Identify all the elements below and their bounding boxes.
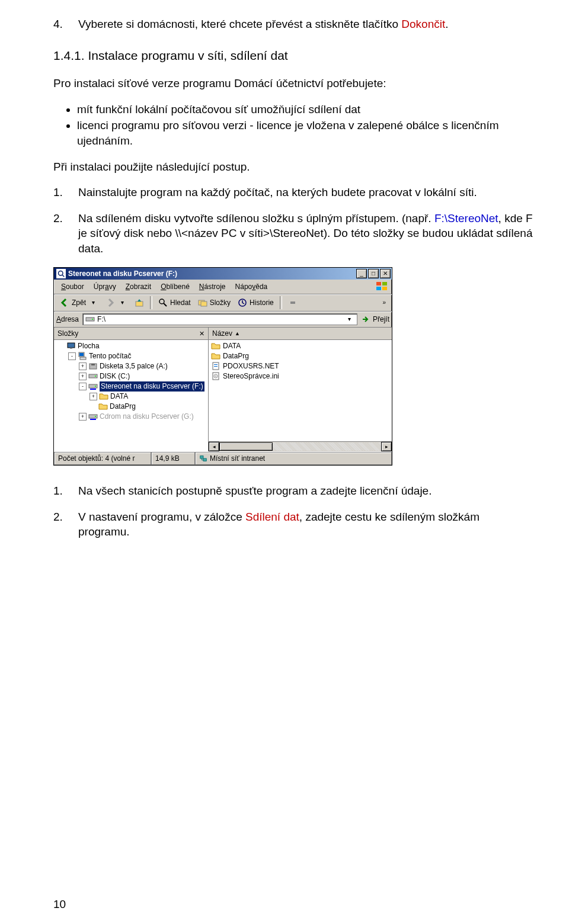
history-icon bbox=[238, 298, 247, 307]
status-objects: Počet objektů: 4 (volné r bbox=[54, 452, 151, 465]
menu-item[interactable]: Nápověda bbox=[231, 281, 273, 293]
svg-rect-37 bbox=[203, 458, 206, 461]
tree-item[interactable]: -Tento počítač bbox=[55, 351, 208, 361]
back-button[interactable]: Zpět ▾ bbox=[56, 297, 102, 309]
tree-item[interactable]: +DISK (C:) bbox=[55, 371, 208, 381]
file-item[interactable]: DATA bbox=[211, 341, 392, 351]
back-icon bbox=[60, 298, 69, 307]
menu-item[interactable]: Nástroje bbox=[194, 281, 231, 293]
svg-rect-36 bbox=[200, 456, 203, 458]
tree-item[interactable]: -Stereonet na disku Pcserver (F:) bbox=[55, 381, 208, 392]
tree-item[interactable]: DataPrg bbox=[55, 402, 208, 412]
procedure-step: 2. Na sdíleném disku vytvořte sdílenou s… bbox=[53, 211, 533, 256]
dropdown-icon: ▾ bbox=[88, 299, 98, 307]
tree-item-label: Tento počítač bbox=[89, 351, 131, 361]
go-button[interactable]: Přejít bbox=[357, 315, 389, 324]
svg-rect-4 bbox=[376, 287, 381, 290]
scroll-right-button[interactable]: ▸ bbox=[381, 442, 392, 451]
minimize-button[interactable]: _ bbox=[356, 269, 367, 278]
address-label: Adresa bbox=[56, 315, 82, 324]
computer-icon bbox=[78, 351, 87, 361]
tree-item-label: Plocha bbox=[78, 341, 100, 351]
file-list[interactable]: DATADataPrgPDOXUSRS.NETStereoSprávce.ini bbox=[209, 340, 392, 441]
svg-rect-31 bbox=[214, 364, 218, 365]
column-header[interactable]: Název ▲ bbox=[209, 328, 392, 340]
expand-toggle[interactable]: - bbox=[79, 383, 87, 390]
step-text: Vyberete si domácnosti, které chcete pře… bbox=[78, 17, 533, 32]
windows-logo-icon bbox=[375, 281, 389, 291]
more-icon bbox=[288, 298, 298, 307]
status-zone: Místní síť intranet bbox=[195, 452, 392, 465]
titlebar[interactable]: Stereonet na disku Pcserver (F:) _ □ ✕ bbox=[54, 268, 392, 280]
step-4: 4. Vyberete si domácnosti, které chcete … bbox=[53, 17, 533, 32]
tree-item-label: Stereonet na disku Pcserver (F:) bbox=[100, 381, 204, 391]
window-title: Stereonet na disku Pcserver (F:) bbox=[68, 269, 356, 278]
up-icon bbox=[135, 298, 144, 307]
folders-icon bbox=[198, 298, 207, 307]
netdisk-icon bbox=[88, 412, 98, 421]
svg-point-23 bbox=[95, 376, 96, 377]
tree-item-label: DISK (C:) bbox=[100, 371, 130, 381]
menu-item[interactable]: Oblíbené bbox=[156, 281, 194, 293]
section-heading: 1.4.1. Instalace programu v síti, sdílen… bbox=[53, 47, 533, 64]
file-item[interactable]: PDOXUSRS.NET bbox=[211, 361, 392, 371]
tree-item[interactable]: +Disketa 3,5 palce (A:) bbox=[55, 361, 208, 371]
tree-item-label: Disketa 3,5 palce (A:) bbox=[100, 361, 168, 371]
svg-line-8 bbox=[164, 303, 167, 306]
menu-item[interactable]: Soubor bbox=[56, 281, 89, 293]
scroll-left-button[interactable]: ◂ bbox=[209, 442, 219, 451]
file-name: DataPrg bbox=[223, 351, 249, 361]
content-panes: Složky ✕ Plocha-Tento počítač+Disketa 3,… bbox=[54, 328, 392, 451]
svg-rect-2 bbox=[376, 282, 381, 285]
scroll-thumb[interactable] bbox=[219, 442, 273, 451]
address-bar: Adresa F:\ ▾ Přejít bbox=[54, 312, 392, 328]
path-example: F:\StereoNet bbox=[434, 212, 498, 224]
close-button[interactable]: ✕ bbox=[380, 269, 391, 278]
window-icon bbox=[56, 269, 66, 278]
separator bbox=[150, 296, 152, 309]
disk-icon bbox=[88, 371, 98, 381]
svg-point-25 bbox=[95, 386, 96, 387]
folder-tree[interactable]: Plocha-Tento počítač+Disketa 3,5 palce (… bbox=[54, 340, 208, 451]
up-button[interactable] bbox=[131, 297, 148, 309]
tree-item[interactable]: +Cdrom na disku Pcserver (G:) bbox=[55, 412, 208, 422]
svg-line-1 bbox=[62, 275, 64, 277]
address-value: F:\ bbox=[97, 315, 106, 324]
file-item[interactable]: DataPrg bbox=[211, 351, 392, 361]
overflow-chevron-icon[interactable]: » bbox=[379, 299, 389, 307]
procedure-step: 1. Na všech stanicích postupně spusťte p… bbox=[53, 483, 533, 499]
svg-point-7 bbox=[159, 299, 164, 304]
expand-toggle[interactable]: + bbox=[79, 413, 87, 421]
requirements-list: mít funkční lokální počítačovou síť umož… bbox=[53, 102, 533, 149]
folders-button[interactable]: Složky bbox=[194, 297, 234, 309]
netdisk-icon bbox=[88, 381, 98, 391]
floppy-icon bbox=[88, 361, 98, 371]
maximize-button[interactable]: □ bbox=[368, 269, 379, 278]
file-name: StereoSprávce.ini bbox=[223, 371, 279, 381]
dropdown-icon: ▾ bbox=[117, 299, 127, 307]
toolbar: Zpět ▾ ▾ Hledat Složky Historie » bbox=[54, 294, 392, 312]
tree-item[interactable]: +DATA bbox=[55, 392, 208, 402]
tree-item[interactable]: Plocha bbox=[55, 341, 208, 351]
search-button[interactable]: Hledat bbox=[155, 297, 194, 309]
more-button[interactable] bbox=[284, 297, 301, 309]
step-number: 4. bbox=[53, 17, 78, 32]
tree-item-label: Cdrom na disku Pcserver (G:) bbox=[100, 412, 194, 421]
forward-button[interactable]: ▾ bbox=[102, 297, 131, 309]
expand-toggle[interactable]: + bbox=[79, 373, 87, 380]
menu-item[interactable]: Úpravy bbox=[89, 281, 121, 293]
svg-point-28 bbox=[95, 416, 96, 417]
svg-rect-10 bbox=[201, 301, 207, 306]
address-field[interactable]: F:\ ▾ bbox=[82, 313, 357, 325]
svg-point-14 bbox=[92, 319, 93, 320]
expand-toggle[interactable]: + bbox=[79, 362, 87, 370]
history-button[interactable]: Historie bbox=[234, 297, 277, 309]
file-item[interactable]: StereoSprávce.ini bbox=[211, 371, 392, 381]
menu-item[interactable]: Zobrazit bbox=[121, 281, 156, 293]
close-pane-button[interactable]: ✕ bbox=[199, 329, 204, 338]
expand-toggle[interactable]: - bbox=[68, 352, 76, 360]
horizontal-scrollbar[interactable]: ◂ ▸ bbox=[209, 441, 392, 451]
dropdown-icon[interactable]: ▾ bbox=[344, 315, 354, 323]
expand-toggle[interactable]: + bbox=[89, 393, 97, 400]
status-bar: Počet objektů: 4 (volné r 14,9 kB Místní… bbox=[54, 451, 392, 465]
